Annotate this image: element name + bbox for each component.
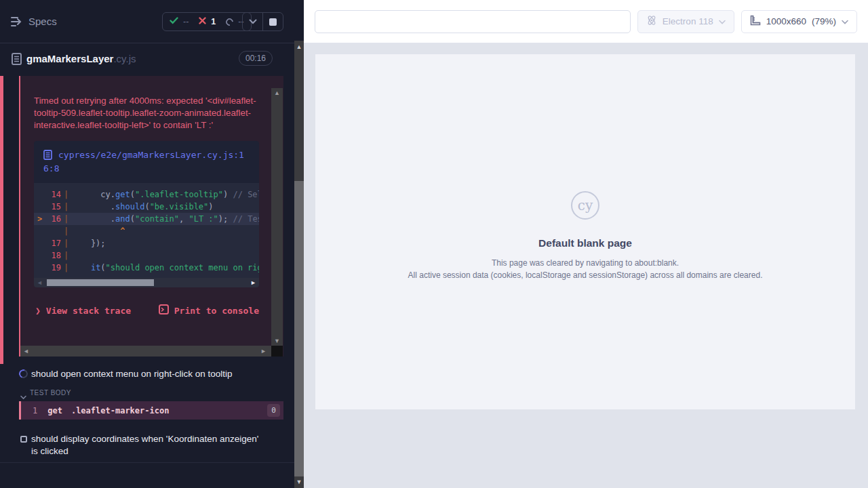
scrollbar-corner xyxy=(271,346,283,357)
spec-row[interactable]: gmaMarkersLayer.cy.js 00:16 xyxy=(0,44,294,76)
app-viewport: cy Default blank page This page was clea… xyxy=(304,43,868,488)
pending-icon xyxy=(224,16,235,26)
code-line: 15| .should("be.visible") xyxy=(34,201,259,213)
chevron-down-icon xyxy=(842,16,848,26)
scroll-up-icon: ▲ xyxy=(274,88,280,98)
divider xyxy=(0,462,294,463)
command-elements-badge: 0 xyxy=(267,404,280,417)
passed-count: -- xyxy=(183,17,189,26)
code-line: 19| it("should open context menu on righ xyxy=(34,262,259,274)
console-icon xyxy=(159,304,169,317)
pending-test-icon xyxy=(20,436,27,443)
viewport-size: 1000x660 xyxy=(766,16,806,26)
viewport-zoom: (79%) xyxy=(812,16,836,26)
scroll-up-icon: ▲ xyxy=(294,42,304,52)
scroll-down-icon: ▼ xyxy=(274,336,280,346)
running-spinner-icon xyxy=(18,368,29,380)
test-item-pending[interactable]: should display coordinates when 'Koordin… xyxy=(0,431,294,460)
scroll-right-icon: ► xyxy=(250,279,256,287)
code-line: | ^ xyxy=(34,225,259,237)
command-target: .leaflet-marker-icon xyxy=(71,406,170,415)
failed-count: 1 xyxy=(211,17,216,26)
stack-frame-file: cypress/e2e/gmaMarkersLayer.cy.js:16:8 xyxy=(43,150,244,174)
browser-label: Electron 118 xyxy=(663,16,713,26)
specs-title: Specs xyxy=(28,16,57,27)
scroll-down-icon: ▼ xyxy=(294,477,304,487)
ruler-icon xyxy=(750,15,761,28)
reporter-scrollbar[interactable]: ▲ ▼ xyxy=(294,41,304,488)
reporter-sidebar: Specs -- 1 -- gmaMarkersLayer.cy.js 00:1… xyxy=(0,0,304,488)
error-actions: ❯ View stack trace Print to console xyxy=(35,304,259,317)
stop-button[interactable] xyxy=(262,13,283,30)
command-number: 1 xyxy=(33,406,37,415)
collapse-all-button[interactable] xyxy=(243,13,262,30)
stop-icon xyxy=(269,18,277,26)
code-line: 18| xyxy=(34,249,259,262)
browser-stage: Electron 118 1000x660 (79%) cy Default b… xyxy=(304,0,868,488)
error-panel: Timed out retrying after 4000ms: expecte… xyxy=(19,76,283,357)
code-block: 14| cy.get(".leaflet-tooltip") // Sele15… xyxy=(34,183,259,278)
electron-icon xyxy=(646,15,657,28)
blank-page-subtitle-2: All active session data (cookies, localS… xyxy=(408,270,763,280)
spec-ext: .cy.js xyxy=(113,53,136,64)
scroll-left-icon: ◄ xyxy=(37,279,43,287)
print-to-console-label: Print to console xyxy=(174,306,259,316)
stack-frame-link[interactable]: cypress/e2e/gmaMarkersLayer.cy.js:16:8 xyxy=(34,141,259,183)
scroll-left-icon: ◄ xyxy=(23,347,29,355)
browser-url-bar: Electron 118 1000x660 (79%) xyxy=(304,0,868,43)
command-row[interactable]: 1 get .leaflet-marker-icon 0 xyxy=(19,401,283,420)
test-body-label: TEST BODY xyxy=(30,389,71,396)
code-line: 14| cy.get(".leaflet-tooltip") // Sele xyxy=(34,188,259,201)
code-scrollbar-thumb[interactable] xyxy=(47,279,154,286)
error-vertical-scrollbar[interactable]: ▲ ▼ xyxy=(271,88,283,346)
test-title: should display coordinates when 'Koordin… xyxy=(31,433,259,458)
blank-page-subtitle-1: This page was cleared by navigating to a… xyxy=(492,258,679,268)
view-stack-trace-label: View stack trace xyxy=(46,306,131,316)
reporter-header: Specs -- 1 -- xyxy=(0,0,294,43)
spec-name: gmaMarkersLayer.cy.js xyxy=(26,53,136,64)
code-line: 17| }); xyxy=(34,237,259,249)
failed-icon xyxy=(199,17,206,26)
blank-page: cy Default blank page This page was clea… xyxy=(315,54,855,409)
url-input[interactable] xyxy=(315,10,631,33)
test-item-running[interactable]: should open context menu on right-click … xyxy=(0,366,294,384)
reporter-scrollbar-thumb[interactable] xyxy=(294,181,304,476)
chevron-right-icon: ❯ xyxy=(35,306,41,316)
scroll-right-icon: ► xyxy=(260,347,267,355)
test-title: should open context menu on right-click … xyxy=(31,368,262,380)
spec-timer: 00:16 xyxy=(239,51,273,66)
view-stack-trace-button[interactable]: ❯ View stack trace xyxy=(35,306,131,316)
print-to-console-button[interactable]: Print to console xyxy=(159,304,259,317)
error-horizontal-scrollbar[interactable]: ◄ ► xyxy=(20,346,272,357)
command-method: get xyxy=(47,406,62,415)
test-stats: -- 1 -- xyxy=(162,12,252,31)
viewport-info-button[interactable]: 1000x660 (79%) xyxy=(741,10,857,33)
specs-menu-icon[interactable] xyxy=(9,15,26,28)
error-message: Timed out retrying after 4000ms: expecte… xyxy=(34,95,263,131)
run-controls xyxy=(242,12,283,31)
blank-page-title: Default blank page xyxy=(538,237,632,249)
code-frame: cypress/e2e/gmaMarkersLayer.cy.js:16:8 1… xyxy=(34,141,259,287)
browser-selector[interactable]: Electron 118 xyxy=(637,10,734,33)
test-body-section[interactable]: TEST BODY xyxy=(0,387,294,399)
code-horizontal-scrollbar[interactable]: ◄ ► xyxy=(34,278,259,287)
chevron-down-icon xyxy=(719,16,726,26)
spec-file-icon xyxy=(12,53,22,68)
cypress-logo: cy xyxy=(571,191,599,220)
code-line: >16| .and("contain", "LT :"); // Test xyxy=(34,213,259,225)
failed-attempt-bar xyxy=(0,76,3,364)
passed-icon xyxy=(170,17,178,26)
